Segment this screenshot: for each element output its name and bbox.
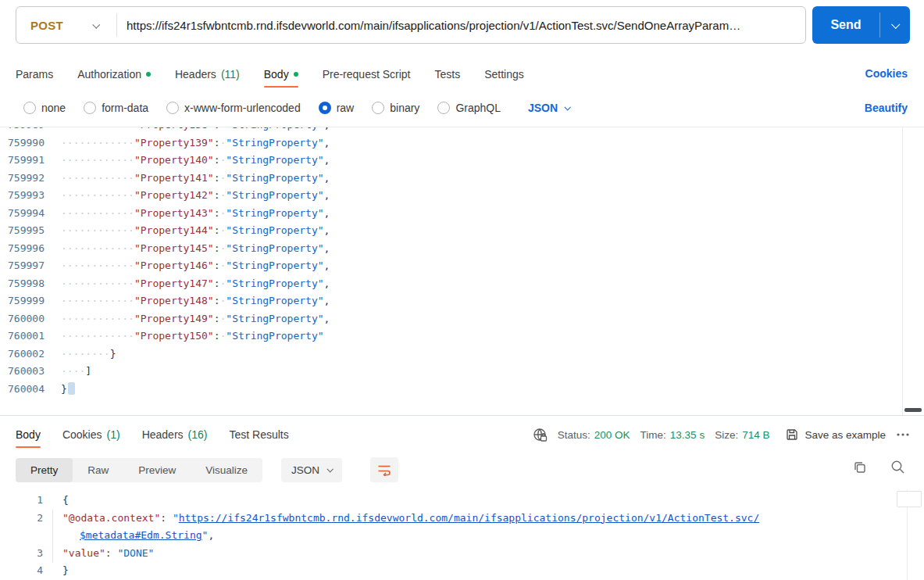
json-key: "Property146" — [134, 260, 214, 271]
send-button-label: Send — [812, 6, 879, 44]
bodytype-label: form-data — [102, 102, 148, 114]
line-content: ············"Property145":·"StringProper… — [45, 240, 330, 258]
bodytype-form-data[interactable]: form-data — [84, 102, 148, 114]
json-key: "Property150" — [134, 330, 214, 342]
line-number: 759998 — [0, 275, 45, 293]
status-value: 200 OK — [594, 429, 630, 441]
bodytype-raw[interactable]: raw — [319, 102, 355, 114]
odata-context-link[interactable]: https://ifs24r1sfwbntcmb.rnd.ifsdevworld… — [179, 512, 760, 524]
response-tab-body[interactable]: Body — [16, 421, 41, 448]
whitespace-dots: ············ — [61, 172, 134, 184]
json-punctuation: } — [110, 348, 116, 360]
response-line: 3"value": "DONE" — [0, 545, 924, 563]
line-number: 760003 — [0, 363, 45, 381]
more-options-button[interactable] — [896, 432, 910, 437]
json-string: "StringProperty" — [226, 189, 323, 201]
bodytype-x-www-form-urlencoded[interactable]: x-www-form-urlencoded — [166, 102, 301, 114]
tab-label: Headers — [175, 68, 216, 81]
bodytype-none[interactable]: none — [23, 102, 66, 114]
text-cursor — [68, 382, 75, 395]
line-content: "@odata.context": "https://ifs24r1sfwbnt… — [43, 510, 759, 545]
json-key: "value" — [62, 547, 105, 559]
line-number: 760004 — [0, 381, 45, 399]
time-label: Time: — [640, 429, 666, 441]
colon: : — [214, 313, 220, 324]
radio-icon — [319, 102, 331, 114]
response-tabs: BodyCookies(1)Headers(16)Test Results — [16, 421, 289, 449]
tab-body[interactable]: Body — [264, 61, 298, 88]
view-mode-visualize[interactable]: Visualize — [191, 458, 262, 482]
colon: : — [214, 189, 220, 201]
json-string: "StringProperty" — [226, 330, 323, 342]
response-tab-test-results[interactable]: Test Results — [229, 421, 288, 448]
response-tab-headers[interactable]: Headers(16) — [142, 421, 208, 448]
bodytype-label: x-www-form-urlencoded — [184, 102, 301, 114]
send-options-button[interactable] — [880, 6, 910, 44]
body-language-select[interactable]: JSON — [528, 102, 569, 114]
line-number: 759989 — [0, 127, 45, 134]
view-mode-switcher: PrettyRawPreviewVisualize — [16, 458, 262, 482]
line-content: "value": "DONE" — [43, 545, 154, 563]
tab-headers[interactable]: Headers(11) — [175, 61, 240, 88]
tab-params[interactable]: Params — [16, 61, 53, 88]
tab-settings[interactable]: Settings — [484, 61, 524, 88]
tab-pre-request-script[interactable]: Pre-request Script — [323, 61, 411, 88]
json-punctuation: { — [62, 494, 69, 506]
editor-line: 760001············"Property150":·"String… — [0, 328, 924, 345]
view-mode-pretty[interactable]: Pretty — [16, 458, 73, 482]
json-string: "StringProperty" — [226, 224, 323, 236]
response-language-select[interactable]: JSON — [281, 458, 342, 482]
editor-scrollbar-thumb[interactable] — [904, 408, 922, 412]
json-punctuation: } — [62, 564, 69, 576]
request-tabs: ParamsAuthorizationHeaders(11)BodyPre-re… — [16, 61, 524, 88]
tab-authorization[interactable]: Authorization — [77, 61, 151, 88]
save-as-example-button[interactable]: Save as example — [786, 428, 886, 441]
line-number: 759999 — [0, 292, 45, 310]
colon: : — [214, 295, 220, 306]
line-content: } — [43, 562, 69, 580]
method-selector[interactable]: POST — [16, 19, 116, 32]
bodytype-label: none — [41, 102, 66, 114]
colon: : — [214, 172, 220, 184]
response-scrollbar-thumb[interactable] — [897, 491, 922, 507]
network-info-icon[interactable] — [533, 428, 548, 442]
radio-icon — [166, 102, 179, 114]
line-number: 760002 — [0, 345, 45, 363]
bodytype-graphql[interactable]: GraphQL — [437, 102, 501, 114]
copy-response-button[interactable] — [853, 460, 867, 474]
copy-icon — [853, 460, 867, 474]
wrap-lines-button[interactable] — [370, 457, 398, 482]
green-dot-icon — [146, 72, 151, 77]
view-mode-raw[interactable]: Raw — [73, 458, 123, 482]
editor-line: 759990············"Property139":·"String… — [0, 134, 924, 152]
send-button[interactable]: Send — [812, 6, 910, 44]
bodytype-label: GraphQL — [455, 102, 501, 114]
url-input[interactable]: https://ifs24r1sfwbntcmb.rnd.ifsdevworld… — [117, 19, 805, 32]
json-string: "StringProperty" — [226, 313, 323, 324]
json-punctuation: , — [208, 529, 214, 541]
bodytype-binary[interactable]: binary — [372, 102, 419, 114]
request-body-editor[interactable]: 759989············"Property138":·"String… — [0, 127, 924, 415]
view-mode-preview[interactable]: Preview — [123, 458, 191, 482]
response-tab-cookies[interactable]: Cookies(1) — [62, 421, 120, 448]
whitespace-dots: ············ — [61, 260, 134, 271]
bodytype-label: raw — [337, 102, 355, 114]
body-type-row: noneform-datax-www-form-urlencodedrawbin… — [23, 95, 569, 120]
editor-line: 759998············"Property147":·"String… — [0, 275, 924, 293]
editor-line: 759991············"Property140":·"String… — [0, 152, 924, 170]
tab-tests[interactable]: Tests — [434, 61, 460, 88]
line-number: 760000 — [0, 310, 45, 328]
search-response-button[interactable] — [890, 460, 905, 474]
colon: : — [214, 224, 220, 236]
size-label: Size: — [715, 429, 738, 441]
beautify-link[interactable]: Beautify — [865, 102, 908, 114]
json-punctuation: : — [160, 512, 173, 524]
cookies-link[interactable]: Cookies — [865, 67, 908, 80]
odata-context-link[interactable]: $metadata#Edm.String — [80, 529, 202, 541]
tab-label: Body — [264, 68, 289, 81]
tab-label: Settings — [484, 68, 524, 81]
whitespace-dots: ············ — [61, 242, 134, 254]
time-badge: Time: 13.35 s — [640, 429, 705, 441]
line-content: ············"Property149":·"StringProper… — [45, 310, 330, 328]
json-punctuation: ] — [85, 365, 91, 377]
